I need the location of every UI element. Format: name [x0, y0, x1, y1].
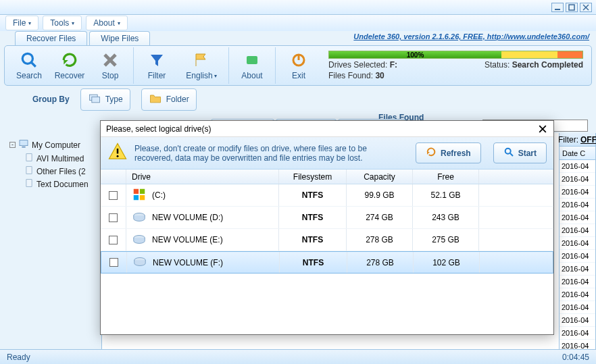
files-found-label: Files Found: — [328, 71, 373, 80]
drive-list-header: Drive Filesystem Capacity Free — [101, 170, 553, 184]
svg-rect-25 — [140, 188, 145, 193]
svg-line-5 — [31, 62, 36, 67]
exit-button[interactable]: Exit — [278, 47, 319, 84]
drive-checkbox[interactable] — [109, 236, 118, 244]
disk-icon — [132, 254, 147, 271]
flag-icon — [192, 51, 211, 70]
file-icon — [24, 153, 34, 164]
right-edge-column: Filter: OFF Date C 2016-042016-042016-04… — [559, 133, 595, 364]
drive-row[interactable]: NEW VOLUME (E:)NTFS278 GB275 GB — [101, 229, 553, 251]
menu-file[interactable]: File▾ — [5, 16, 39, 30]
windows-icon — [132, 187, 147, 204]
select-drive-dialog: Please, select logical drive(s) Please, … — [100, 120, 554, 335]
power-icon — [289, 51, 308, 70]
minimize-button[interactable] — [551, 3, 564, 12]
collapse-icon[interactable]: - — [9, 142, 16, 148]
group-by-type-label: Type — [105, 95, 123, 104]
maximize-button[interactable] — [566, 3, 578, 12]
layers-icon — [88, 92, 101, 107]
date-column-header[interactable]: Date C — [560, 147, 595, 160]
tree-item[interactable]: Text Documen — [24, 178, 99, 190]
refresh-button[interactable]: Refresh — [416, 142, 481, 163]
drive-checkbox[interactable] — [109, 191, 118, 200]
header-capacity[interactable]: Capacity — [347, 170, 413, 184]
header-filesystem[interactable]: Filesystem — [279, 170, 347, 184]
drive-checkbox[interactable] — [109, 213, 118, 222]
version-link[interactable]: Undelete 360, version 2.1.6.26, FREE, ht… — [353, 32, 589, 41]
tree-item[interactable]: Other Files (2 — [24, 165, 99, 177]
date-cell: 2016-04 — [560, 211, 595, 224]
menu-tools[interactable]: Tools▾ — [43, 16, 82, 30]
drive-free: 275 GB — [413, 229, 479, 251]
disk-icon — [132, 232, 147, 249]
search-label: Search — [16, 71, 42, 80]
drive-row[interactable]: (C:)NTFS99.9 GB52.1 GB — [101, 184, 553, 207]
date-cell: 2016-04 — [560, 301, 595, 314]
filter-button[interactable]: Filter — [136, 47, 177, 84]
group-by-label: Group By — [32, 95, 70, 104]
about-icon — [243, 51, 262, 70]
svg-rect-1 — [569, 5, 574, 10]
drive-capacity: 278 GB — [347, 229, 413, 251]
chevron-down-icon: ▾ — [72, 20, 74, 26]
warning-icon — [107, 142, 128, 164]
main-tabs: Recover Files Wipe Files Undelete 360, v… — [0, 31, 596, 45]
tree-root[interactable]: - My Computer — [9, 138, 99, 151]
svg-rect-27 — [140, 194, 145, 199]
file-icon — [24, 165, 34, 177]
tree-panel: - My Computer AVI MultimedOther Files (2… — [0, 133, 101, 364]
header-free[interactable]: Free — [413, 170, 479, 184]
exit-label: Exit — [292, 71, 305, 80]
date-cell: 2016-04 — [560, 186, 595, 199]
dialog-close-button[interactable] — [537, 124, 548, 134]
files-found-value: 30 — [375, 71, 384, 80]
dialog-titlebar: Please, select logical drive(s) — [101, 121, 553, 137]
svg-point-21 — [117, 155, 119, 157]
search-icon — [20, 51, 39, 70]
drive-filesystem: NTFS — [279, 184, 347, 206]
header-drive[interactable]: Drive — [126, 170, 279, 184]
language-button[interactable]: English▾ — [177, 47, 226, 84]
tab-wipe-files[interactable]: Wipe Files — [89, 31, 150, 45]
tab-recover-files[interactable]: Recover Files — [15, 31, 87, 45]
drive-checkbox[interactable] — [109, 258, 118, 267]
tree-item-label: Other Files (2 — [36, 167, 86, 176]
group-by-folder-button[interactable]: Folder — [141, 88, 197, 111]
search-button[interactable]: Search — [9, 47, 49, 84]
refresh-icon — [426, 147, 437, 159]
toolbar: Search Recover Stop Filter English▾ Abou… — [4, 45, 592, 86]
svg-rect-24 — [134, 188, 139, 193]
menu-file-label: File — [13, 18, 26, 28]
drives-selected-value: F: — [390, 60, 397, 70]
stop-icon — [101, 51, 120, 70]
tree-item[interactable]: AVI Multimed — [24, 153, 99, 164]
menu-about[interactable]: About▾ — [86, 16, 127, 30]
svg-rect-26 — [134, 194, 139, 199]
recover-button[interactable]: Recover — [49, 47, 90, 84]
progress-percent: 100% — [329, 51, 501, 58]
drive-row[interactable]: NEW VOLUME (D:)NTFS274 GB243 GB — [101, 207, 553, 229]
menubar: File▾ Tools▾ About▾ — [0, 15, 596, 31]
group-by-folder-label: Folder — [166, 95, 189, 104]
group-by-row: Group By Type Folder — [0, 86, 596, 113]
svg-rect-14 — [22, 147, 25, 147]
folder-icon — [149, 92, 162, 107]
close-button[interactable] — [580, 3, 592, 12]
drive-filesystem: NTFS — [279, 229, 347, 251]
group-by-type-button[interactable]: Type — [80, 88, 130, 111]
svg-rect-13 — [20, 140, 28, 146]
dialog-warning-text: Please, don't create or modify files on … — [134, 144, 367, 163]
drive-capacity: 274 GB — [347, 207, 413, 228]
stop-button[interactable]: Stop — [90, 47, 130, 84]
recover-label: Recover — [55, 71, 85, 80]
filter-indicator[interactable]: Filter: OFF — [560, 133, 595, 147]
drive-free: 52.1 GB — [413, 184, 479, 206]
svg-rect-15 — [26, 154, 32, 161]
about-button[interactable]: About — [232, 47, 272, 84]
svg-point-22 — [505, 149, 510, 154]
date-cell: 2016-04 — [560, 224, 595, 237]
start-button[interactable]: Start — [493, 142, 547, 163]
date-cell: 2016-04 — [560, 173, 595, 186]
drive-row[interactable]: NEW VOLUME (F:)NTFS278 GB102 GB — [101, 251, 553, 274]
drive-capacity: 99.9 GB — [347, 184, 413, 206]
